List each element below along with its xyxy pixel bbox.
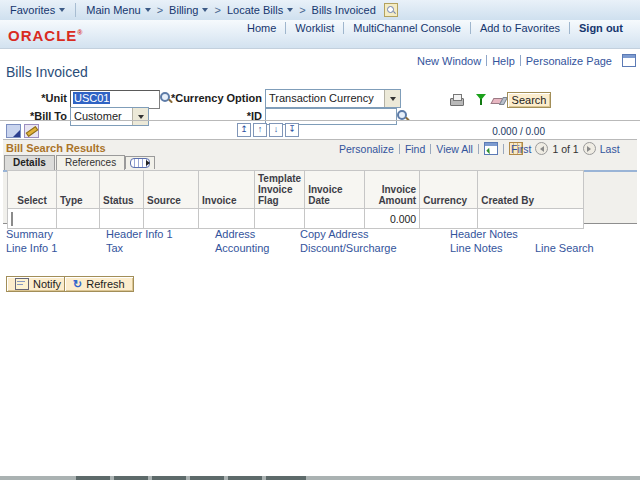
- col-source: Source: [144, 171, 199, 209]
- chevron-down-icon: [202, 8, 208, 12]
- col-type: Type: [57, 171, 100, 209]
- form-separator: [0, 120, 640, 121]
- dropdown-arrow-icon[interactable]: [132, 108, 148, 125]
- show-all-columns-tab[interactable]: [125, 156, 155, 169]
- table-row: 0.000: [8, 209, 584, 229]
- view-all-link[interactable]: View All: [436, 143, 473, 155]
- notify-button[interactable]: Notify: [6, 276, 70, 292]
- taskbar-strip: [0, 476, 640, 480]
- col-invoice: Invoice: [199, 171, 255, 209]
- table-header-row: Select Type Status Source Invoice Templa…: [8, 171, 584, 209]
- scroll-up-icon[interactable]: ↑: [253, 123, 267, 137]
- help-link[interactable]: Help: [487, 55, 520, 67]
- grid-title: Bill Search Results: [6, 142, 106, 154]
- breadcrumb-item-locate-bills[interactable]: Locate Bills: [223, 4, 297, 16]
- breadcrumb-bar: Favorites Main Menu > Billing > Locate B…: [0, 0, 640, 21]
- search-button[interactable]: Search: [507, 92, 551, 108]
- currency-option-value: Transaction Currency: [266, 90, 400, 104]
- header-notes-link[interactable]: Header Notes: [450, 228, 518, 240]
- clear-icon[interactable]: [492, 95, 507, 106]
- link-divider: [399, 144, 400, 154]
- row-select-checkbox[interactable]: [11, 212, 13, 226]
- header-info-1-link[interactable]: Header Info 1: [106, 228, 173, 240]
- tab-references[interactable]: References: [56, 155, 125, 170]
- peoplesoft-bills-invoiced-page: Favorites Main Menu > Billing > Locate B…: [0, 0, 640, 480]
- line-search-link[interactable]: Line Search: [535, 242, 594, 254]
- favorites-label: Favorites: [10, 4, 55, 16]
- header-band: Home Worklist MultiChannel Console Add t…: [0, 20, 640, 49]
- sign-out-link[interactable]: Sign out: [570, 22, 632, 34]
- line-notes-link[interactable]: Line Notes: [450, 242, 503, 254]
- cell-invoice: [199, 209, 255, 229]
- home-link[interactable]: Home: [238, 22, 285, 34]
- unit-label: *Unit: [0, 92, 67, 104]
- bill-search-results-grid: Bill Search Results Personalize Find Vie…: [3, 139, 637, 224]
- favorites-menu[interactable]: Favorites: [6, 4, 69, 16]
- chevron-down-icon: [145, 8, 151, 12]
- cell-select: [8, 209, 57, 229]
- add-to-favorites-link[interactable]: Add to Favorites: [471, 22, 569, 34]
- breadcrumb-label: Locate Bills: [227, 4, 283, 16]
- breadcrumb-separator: >: [157, 4, 163, 16]
- previous-row-icon[interactable]: [535, 142, 548, 155]
- address-link[interactable]: Address: [215, 228, 255, 240]
- download-to-excel-icon[interactable]: [484, 142, 498, 155]
- link-divider: [503, 144, 504, 154]
- grid-header-bar: Bill Search Results Personalize Find Vie…: [3, 140, 637, 155]
- notify-icon: [15, 278, 29, 290]
- refresh-button[interactable]: ↻ Refresh: [64, 276, 134, 292]
- tab-details[interactable]: Details: [4, 155, 55, 170]
- tax-link[interactable]: Tax: [106, 242, 123, 254]
- refresh-icon: ↻: [73, 279, 82, 289]
- refresh-label: Refresh: [86, 278, 125, 290]
- clear-all-icon[interactable]: [24, 124, 39, 138]
- col-currency: Currency: [420, 171, 478, 209]
- discount-surcharge-link[interactable]: Discount/Surcharge: [300, 242, 397, 254]
- col-status: Status: [100, 171, 144, 209]
- scroll-top-icon[interactable]: ↥: [237, 123, 251, 137]
- multichannel-console-link[interactable]: MultiChannel Console: [344, 22, 470, 34]
- col-invoice-amount: Invoice Amount: [365, 171, 420, 209]
- currency-option-label: *Currency Option: [150, 92, 262, 104]
- breadcrumb-item-main-menu[interactable]: Main Menu: [82, 4, 154, 16]
- col-created-by: Created By: [478, 171, 584, 209]
- chevron-down-icon: [287, 8, 293, 12]
- line-info-1-link[interactable]: Line Info 1: [6, 242, 57, 254]
- filter-icon[interactable]: [476, 94, 488, 107]
- scroll-bottom-icon[interactable]: ↧: [285, 123, 299, 137]
- breadcrumb-search-icon[interactable]: [384, 3, 398, 17]
- unit-value: USC01: [73, 92, 110, 104]
- copy-address-link[interactable]: Copy Address: [300, 228, 368, 240]
- personalize-page-link[interactable]: Personalize Page: [521, 55, 617, 67]
- scroll-down-icon[interactable]: ↓: [269, 123, 283, 137]
- last-link[interactable]: Last: [600, 143, 620, 155]
- breadcrumb-item-billing[interactable]: Billing: [165, 4, 212, 16]
- currency-option-select[interactable]: Transaction Currency: [265, 89, 401, 108]
- summary-link[interactable]: Summary: [6, 228, 53, 240]
- print-icon[interactable]: [450, 94, 464, 107]
- http-window-icon[interactable]: [622, 54, 636, 67]
- breadcrumb-label: Bills Invoiced: [312, 4, 376, 16]
- col-template-invoice-flag: Template Invoice Flag: [255, 171, 305, 209]
- chevron-down-icon: [59, 8, 65, 12]
- col-select: Select: [8, 171, 57, 209]
- breadcrumb-item-bills-invoiced: Bills Invoiced: [308, 4, 380, 16]
- personalize-link[interactable]: Personalize: [339, 143, 394, 155]
- cell-status: [100, 209, 144, 229]
- cell-type: [57, 209, 100, 229]
- amount-totals: 0.000 / 0.00: [430, 126, 545, 137]
- next-row-icon[interactable]: [583, 142, 596, 155]
- show-all-columns-icon: [130, 158, 150, 168]
- results-table: Select Type Status Source Invoice Templa…: [7, 170, 584, 229]
- cell-created-by: [478, 209, 584, 229]
- header-links: Home Worklist MultiChannel Console Add t…: [238, 22, 632, 34]
- worklist-link[interactable]: Worklist: [286, 22, 343, 34]
- accounting-link[interactable]: Accounting: [215, 242, 269, 254]
- bill-to-select[interactable]: Customer: [70, 107, 149, 126]
- dropdown-arrow-icon[interactable]: [384, 90, 400, 107]
- first-link[interactable]: First: [511, 143, 531, 155]
- select-all-icon[interactable]: [6, 124, 21, 138]
- breadcrumb-label: Billing: [169, 4, 198, 16]
- find-link[interactable]: Find: [405, 143, 425, 155]
- new-window-link[interactable]: New Window: [412, 55, 486, 67]
